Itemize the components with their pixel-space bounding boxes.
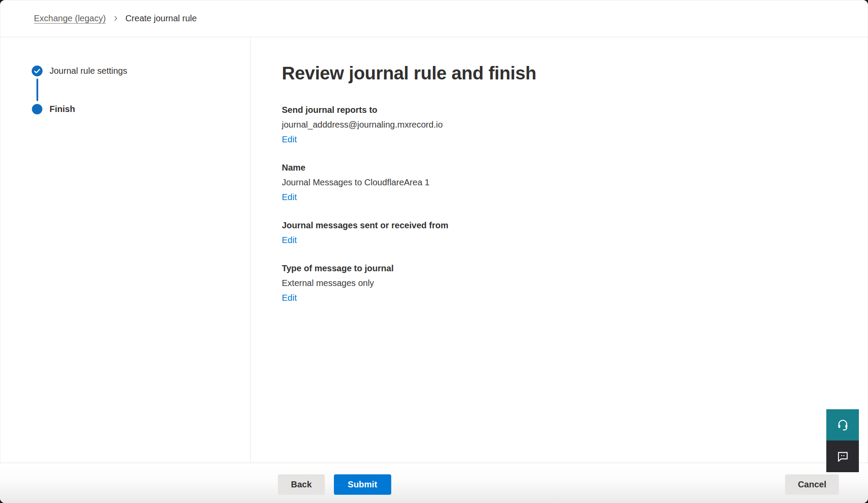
exchange-admin-window: Exchange (legacy) Create journal rule Jo… xyxy=(0,0,868,503)
headset-icon xyxy=(836,418,850,432)
cancel-button[interactable]: Cancel xyxy=(785,474,839,495)
wizard-step-label: Finish xyxy=(50,104,75,114)
edit-name-link[interactable]: Edit xyxy=(282,191,297,203)
wizard-body: Journal rule settings Finish Review jour… xyxy=(0,38,868,463)
section-value: Journal Messages to CloudflareArea 1 xyxy=(282,176,851,188)
wizard-footer: Back Submit Cancel xyxy=(0,463,868,503)
footer-primary-actions: Back Submit xyxy=(278,474,391,495)
wizard-step-finish[interactable]: Finish xyxy=(31,103,250,115)
breadcrumb-link-exchange-legacy[interactable]: Exchange (legacy) xyxy=(34,13,106,23)
floating-side-buttons xyxy=(826,409,859,472)
section-label: Type of message to journal xyxy=(282,262,851,274)
edit-send-journal-reports-link[interactable]: Edit xyxy=(282,133,297,145)
chat-bubble-icon xyxy=(836,450,850,464)
support-button[interactable] xyxy=(826,409,859,441)
wizard-step-label: Journal rule settings xyxy=(50,66,127,76)
breadcrumb-current-create-journal-rule: Create journal rule xyxy=(125,13,197,23)
section-label: Name xyxy=(282,161,851,174)
page-title: Review journal rule and finish xyxy=(282,62,851,85)
review-section-journal-messages-from: Journal messages sent or received from E… xyxy=(282,219,851,246)
feedback-button[interactable] xyxy=(826,441,859,472)
check-circle-icon xyxy=(31,65,43,77)
breadcrumb: Exchange (legacy) Create journal rule xyxy=(0,0,868,37)
review-section-name: Name Journal Messages to CloudflareArea … xyxy=(282,161,851,203)
wizard-steps-panel: Journal rule settings Finish xyxy=(0,38,251,463)
review-section-send-journal-reports-to: Send journal reports to journal_adddress… xyxy=(282,104,851,145)
submit-button[interactable]: Submit xyxy=(334,474,391,495)
back-button[interactable]: Back xyxy=(278,474,325,495)
filled-circle-icon xyxy=(31,103,43,115)
section-label: Send journal reports to xyxy=(282,104,851,116)
step-connector-line xyxy=(36,79,38,101)
chevron-right-icon xyxy=(112,15,119,22)
edit-type-of-message-link[interactable]: Edit xyxy=(282,292,297,304)
review-section-type-of-message: Type of message to journal External mess… xyxy=(282,262,851,304)
edit-journal-messages-link[interactable]: Edit xyxy=(282,234,297,246)
section-label: Journal messages sent or received from xyxy=(282,219,851,231)
section-value: journal_adddress@journaling.mxrecord.io xyxy=(282,118,851,131)
review-content: Review journal rule and finish Send jour… xyxy=(251,38,868,463)
wizard-step-journal-rule-settings[interactable]: Journal rule settings xyxy=(31,65,250,77)
section-value: External messages only xyxy=(282,277,851,289)
